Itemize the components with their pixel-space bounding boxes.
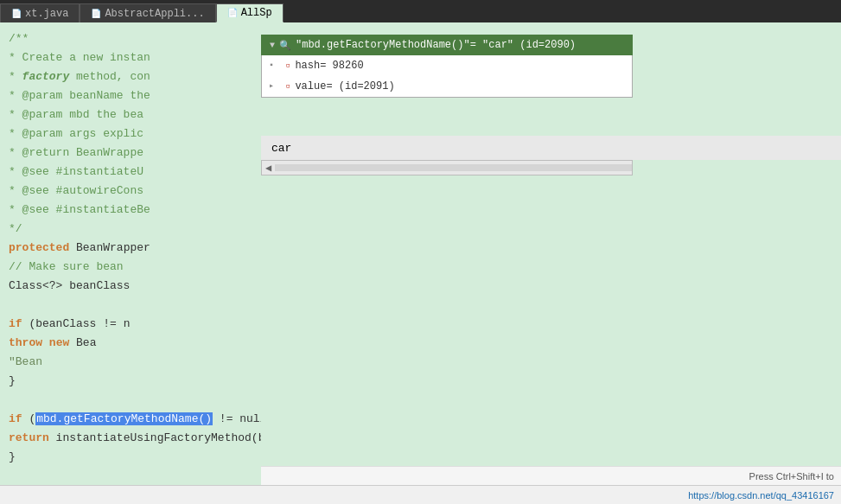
right-background [261,45,841,504]
keyboard-hint: Press Ctrl+Shift+I to [261,466,841,485]
value-label: value= (id=2091) [295,78,394,95]
code-line-15 [9,296,255,315]
code-line-8: * @see #instantiateU [9,163,255,182]
code-line-2: * Create a new instan [9,48,255,67]
code-line-14: Class<?> beanClass [9,277,255,296]
status-url: https://blog.csdn.net/qq_43416167 [688,490,834,501]
code-line-6: * @param args explic [9,124,255,144]
code-line-7: * @return BeanWrappe [9,144,255,163]
main-container: 📄 xt.java 📄 AbstractAppli... 📄 AllSp /**… [0,0,841,504]
hash-label: hash= 98260 [295,57,363,74]
code-line-16: if (beanClass != n [9,315,255,334]
debug-expression: "mbd.getFactoryMethodName()"= "car" (id=… [296,39,576,51]
scroll-left-arrow-icon[interactable]: ◀ [262,162,275,175]
tab-abstract-appli[interactable]: 📄 AbstractAppli... [80,3,215,22]
status-bar: https://blog.csdn.net/qq_43416167 [0,485,841,504]
code-line-12: protected BeanWrapper [9,239,255,258]
value-preview: car [261,136,841,160]
debug-scrollbar[interactable]: ◀ [261,160,633,175]
code-line-5: * @param mbd the bea [9,105,255,124]
field-icon-hash: ▫ [284,60,291,72]
debug-tree: ▪ ▫ hash= 98260 ▸ ▫ value= (id=2091) [261,55,633,98]
tab-bar: 📄 xt.java 📄 AbstractAppli... 📄 AllSp [0,0,841,22]
scroll-track[interactable] [275,164,632,171]
code-area: /** * Create a new instan * factory meth… [0,22,841,504]
code-line-22: return instantiateUsingFactoryMethod(bea… [9,429,255,448]
hint-text: Press Ctrl+Shift+I to [749,471,834,482]
code-line-20 [9,391,255,410]
code-line-1: /** [9,29,255,48]
code-line-17: throw new Bea [9,334,255,353]
tab-allsp[interactable]: 📄 AllSp [216,3,284,22]
tree-row-hash[interactable]: ▪ ▫ hash= 98260 [262,55,632,76]
code-line-19: } [9,372,255,391]
code-line-21: if (mbd.getFactoryMethodName() != null) … [9,410,255,429]
tree-row-value[interactable]: ▸ ▫ value= (id=2091) [262,76,632,97]
debug-popup: ▼ 🔍 "mbd.getFactoryMethodName()"= "car" … [261,35,633,98]
code-line-3: * factory method, con [9,67,255,86]
preview-text: car [271,142,291,155]
tab-xt-java[interactable]: 📄 xt.java [0,3,80,22]
code-line-11: */ [9,220,255,239]
field-icon-value: ▫ [284,80,291,93]
no-expand-icon: ▪ [269,57,281,74]
code-line-18: "Bean [9,353,255,372]
java-file-icon: 📄 [11,9,22,19]
java-file-icon-3: 📄 [227,8,238,18]
arrow-down-icon: ▼ [270,41,275,50]
expand-icon-value: ▸ [269,78,281,95]
search-icon: 🔍 [279,40,291,51]
code-line-13: // Make sure bean [9,258,255,277]
debug-popup-header: ▼ 🔍 "mbd.getFactoryMethodName()"= "car" … [261,35,633,55]
code-line-10: * @see #instantiateBe [9,201,255,220]
code-line-4: * @param beanName the [9,86,255,105]
java-file-icon-2: 📄 [91,9,101,19]
code-line-9: * @see #autowireCons [9,182,255,201]
code-line-23: } [9,448,255,467]
code-content: /** * Create a new instan * factory meth… [0,22,264,504]
